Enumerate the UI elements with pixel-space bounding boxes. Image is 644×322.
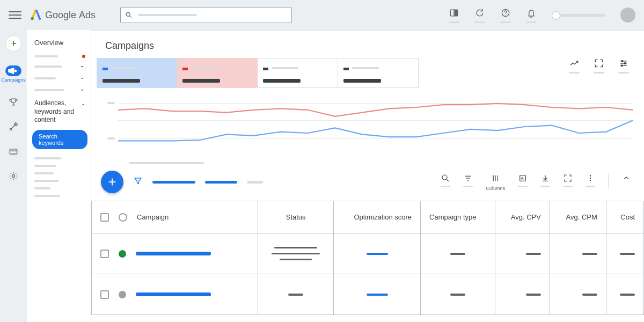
col-campaign[interactable]: Campaign — [137, 213, 169, 221]
svg-point-24 — [621, 65, 623, 67]
nav-item[interactable] — [27, 155, 91, 162]
segment-button[interactable] — [463, 173, 473, 187]
row-checkbox[interactable] — [100, 250, 109, 258]
timeseries-chart[interactable] — [107, 94, 633, 159]
col-avg-cpm[interactable]: Avg. CPM — [550, 201, 606, 233]
nav-campaigns[interactable]: Campaigns — [1, 65, 26, 83]
col-campaign-type[interactable]: Campaign type — [421, 201, 495, 233]
trophy-icon[interactable] — [8, 97, 19, 107]
filter-chip[interactable] — [205, 181, 237, 184]
settings-icon[interactable] — [8, 171, 19, 181]
chevron-up-icon — [80, 101, 86, 108]
new-campaign-button[interactable] — [101, 171, 123, 193]
fullscreen-button[interactable] — [563, 173, 573, 187]
reports-button[interactable] — [518, 173, 528, 187]
billing-icon[interactable] — [8, 146, 19, 157]
table-row[interactable] — [92, 274, 644, 315]
svg-point-42 — [590, 175, 591, 176]
opt-score-link[interactable] — [367, 253, 388, 255]
svg-point-0 — [31, 17, 34, 20]
svg-rect-5 — [455, 10, 457, 16]
svg-point-22 — [621, 61, 623, 62]
nav-item[interactable] — [27, 61, 91, 72]
chevron-down-icon — [79, 87, 85, 93]
svg-point-18 — [12, 175, 15, 178]
svg-point-23 — [624, 63, 626, 64]
more-button[interactable] — [586, 173, 595, 187]
svg-point-7 — [506, 14, 506, 15]
google-ads-logo-icon — [30, 9, 42, 21]
col-cost[interactable]: Cost — [606, 201, 643, 233]
nav-item[interactable] — [27, 177, 91, 185]
scorecard-3[interactable] — [258, 58, 338, 88]
campaigns-table: Campaign Status Optimization score Campa… — [91, 201, 644, 315]
chart-type-button[interactable] — [569, 58, 580, 74]
nav-item[interactable] — [27, 170, 91, 177]
svg-point-43 — [590, 177, 591, 178]
chevron-down-icon — [79, 75, 85, 82]
page-title: Campaigns — [91, 31, 644, 58]
account-switcher[interactable] — [552, 14, 605, 17]
filter-icon[interactable] — [133, 176, 143, 188]
nav-overview[interactable]: Overview — [27, 36, 91, 52]
collapse-button[interactable] — [621, 173, 631, 183]
download-button[interactable] — [540, 173, 550, 187]
svg-point-1 — [126, 12, 130, 16]
campaign-name-link[interactable] — [136, 292, 211, 296]
add-filter[interactable] — [247, 181, 263, 184]
table-row[interactable] — [92, 233, 644, 274]
nav-item[interactable] — [27, 72, 91, 84]
help-icon[interactable] — [500, 8, 511, 23]
svg-marker-27 — [135, 178, 141, 184]
scorecard-2[interactable] — [177, 58, 258, 88]
appearance-icon[interactable] — [449, 8, 459, 23]
nav-search-keywords[interactable]: Search keywords — [32, 130, 87, 149]
megaphone-icon — [5, 63, 21, 79]
notifications-icon[interactable] — [526, 8, 537, 23]
columns-button[interactable]: Columns — [486, 173, 505, 191]
select-all-checkbox[interactable] — [100, 213, 109, 222]
scorecard-4[interactable] — [338, 58, 419, 88]
status-enabled-icon — [119, 250, 126, 258]
col-avg-cpv[interactable]: Avg. CPV — [495, 201, 550, 233]
svg-point-44 — [590, 180, 591, 181]
search-icon — [125, 11, 133, 19]
status-paused-icon — [119, 291, 126, 298]
refresh-icon[interactable] — [474, 8, 485, 23]
nav-item[interactable] — [27, 84, 91, 96]
filter-chip[interactable] — [152, 181, 195, 184]
nav-campaigns-label: Campaigns — [1, 77, 26, 83]
tools-icon[interactable] — [8, 121, 19, 132]
row-checkbox[interactable] — [100, 290, 109, 299]
menu-icon[interactable] — [9, 9, 21, 21]
campaign-name-link[interactable] — [136, 252, 211, 255]
nav-item[interactable] — [27, 185, 91, 192]
global-search-input[interactable] — [120, 7, 292, 23]
nav-audiences-keywords-content[interactable]: Audiences, keywords and content — [27, 96, 91, 128]
svg-point-28 — [442, 175, 447, 180]
logo-text: Google Ads — [45, 10, 96, 21]
col-status[interactable]: Status — [258, 201, 334, 233]
avatar[interactable] — [620, 8, 635, 23]
col-opt-score[interactable]: Optimization score — [334, 201, 421, 233]
status-filter[interactable] — [119, 213, 127, 222]
adjust-button[interactable] — [618, 58, 629, 74]
nav-item[interactable] — [27, 52, 91, 61]
logo[interactable]: Google Ads — [30, 9, 96, 21]
table-search-button[interactable] — [441, 173, 450, 187]
scorecard-1[interactable] — [97, 58, 177, 88]
svg-point-12 — [14, 70, 17, 72]
chevron-down-icon — [79, 63, 85, 70]
svg-line-29 — [447, 179, 449, 181]
expand-button[interactable] — [594, 58, 604, 74]
nav-item[interactable] — [27, 162, 91, 170]
opt-score-link[interactable] — [367, 294, 388, 296]
create-button[interactable] — [5, 35, 21, 52]
nav-item[interactable] — [27, 192, 91, 200]
svg-line-2 — [130, 16, 131, 18]
svg-rect-16 — [10, 149, 17, 154]
